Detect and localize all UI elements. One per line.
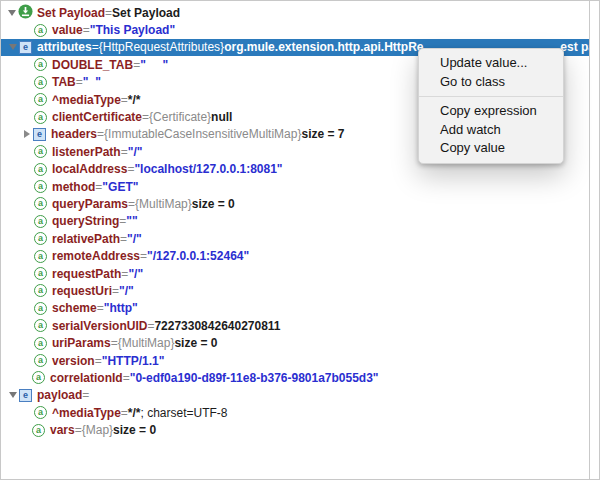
tree-row-request-path[interactable]: arequestPath = "/" [1,265,600,282]
expander-down-icon[interactable] [7,392,19,398]
row-text: scheme [52,301,97,315]
row-text: queryString [52,214,119,228]
tree-row-value[interactable]: avalue = "This Payload" [1,21,600,38]
row-text: = [128,197,135,211]
row-text: = [95,354,102,368]
row-text: Set Payload [112,6,180,20]
row-text: {MultiMap} [135,197,192,211]
row-text: {Map} [82,423,113,437]
row-text: headers [51,127,97,141]
tree-row-method[interactable]: amethod = "GET" [1,178,600,195]
row-text: "/" [127,232,142,246]
attribute-icon: a [34,250,47,263]
tree-row-scheme[interactable]: ascheme = "http" [1,300,600,317]
row-text: ^mediaType [52,406,121,420]
row-text: relativePath [52,232,120,246]
row-text: = [121,267,128,281]
row-text: ^mediaType [52,93,121,107]
menu-item-copy-expression[interactable]: Copy expression [419,102,563,121]
row-text: {HttpRequestAttributes} [99,40,224,54]
row-text: uriParams [52,336,111,350]
attribute-icon: a [34,111,47,124]
tree-row-correlation-id[interactable]: acorrelationId = "0-edf0a190-d89f-11e8-b… [1,369,600,386]
row-text: = [75,423,82,437]
row-text: requestUri [52,284,112,298]
row-text: " " [83,75,101,89]
row-text: "/" [128,145,143,159]
context-menu: Update value...Go to classCopy expressio… [418,48,564,164]
row-text: "/127.0.0.1:52464" [147,249,249,263]
row-text: version [52,354,95,368]
attribute-icon: a [34,337,47,350]
tree-row-payload[interactable]: epayload = [1,387,596,404]
element-icon: e [33,128,46,141]
tree-row-set-payload[interactable]: Set Payload = Set Payload [1,4,595,21]
row-text: remoteAddress [52,249,140,263]
tree-row-payload-mediatype[interactable]: a^mediaType = */*; charset=UTF-8 [1,404,600,421]
row-text: = [112,284,119,298]
tree-row-uri-params[interactable]: auriParams = {MultiMap} size = 0 [1,334,600,351]
attribute-icon: a [34,93,47,106]
vertical-scrollbar[interactable] [589,1,599,479]
row-text: = [133,58,140,72]
row-text: = [123,371,130,385]
tree-row-serial-version-uid[interactable]: aserialVersionUID = 7227330842640270811 [1,317,600,334]
row-text: = [95,180,102,194]
row-text: = [105,6,112,20]
row-text: payload [37,388,82,402]
attribute-icon: a [32,371,45,384]
attribute-icon: a [34,58,47,71]
row-text: DOUBLE_TAB [52,58,133,72]
row-text: = [127,162,134,176]
attribute-icon: a [34,24,47,37]
row-text: "http" [104,301,138,315]
row-text: {Certificate} [149,110,211,124]
attribute-icon: a [34,302,47,315]
row-text: = [119,214,126,228]
tree-row-vars[interactable]: avars = {Map} size = 0 [1,421,600,438]
tree-row-query-string[interactable]: aqueryString = "" [1,213,600,230]
row-text: {ImmutableCaseInsensitiveMultiMap} [104,127,301,141]
tree-row-query-params[interactable]: aqueryParams = {MultiMap} size = 0 [1,195,600,212]
attribute-icon: a [34,163,47,176]
tree-row-relative-path[interactable]: arelativePath = "/" [1,230,600,247]
tree-row-request-uri[interactable]: arequestUri = "/" [1,282,600,299]
menu-item-add-watch[interactable]: Add watch [419,121,563,140]
row-text: "/" [128,267,143,281]
set-payload-processor-icon [18,4,37,21]
row-text: = [147,319,154,333]
menu-item-update-value[interactable]: Update value... [419,54,563,73]
attribute-icon: a [34,232,47,245]
row-text: */* [128,406,141,420]
row-text: " " [140,58,168,72]
attribute-icon: a [34,284,47,297]
attribute-icon: a [34,354,47,367]
row-text: queryParams [52,197,128,211]
row-text: size = 0 [192,197,235,211]
row-text: "" [126,214,137,228]
row-text: 7227330842640270811 [154,319,280,333]
menu-item-copy-value[interactable]: Copy value [419,139,563,158]
attribute-icon: a [34,215,47,228]
expander-right-icon[interactable] [21,130,33,138]
row-text: = [97,301,104,315]
row-text: requestPath [52,267,121,281]
row-text: serialVersionUID [52,319,147,333]
attribute-icon: a [34,197,47,210]
row-text: attributes [37,40,92,54]
row-text: size = 0 [113,423,156,437]
row-text: = [76,75,83,89]
row-text: org.mule.extension.http.api.HttpRe [224,40,423,54]
tree-row-version[interactable]: aversion = "HTTP/1.1" [1,352,600,369]
menu-item-go-to-class[interactable]: Go to class [419,73,563,92]
row-text: "HTTP/1.1" [102,354,165,368]
row-text: "0-edf0a190-d89f-11e8-b376-9801a7b055d3" [130,371,379,385]
row-text: localAddress [52,162,127,176]
row-text: "GET" [102,180,138,194]
row-text: = [120,232,127,246]
row-text: = [82,388,89,402]
tree-row-remote-address[interactable]: aremoteAddress = "/127.0.0.1:52464" [1,247,600,264]
expander-down-icon[interactable] [7,44,19,50]
row-text: listenerPath [52,145,121,159]
expander-down-icon[interactable] [6,10,18,16]
